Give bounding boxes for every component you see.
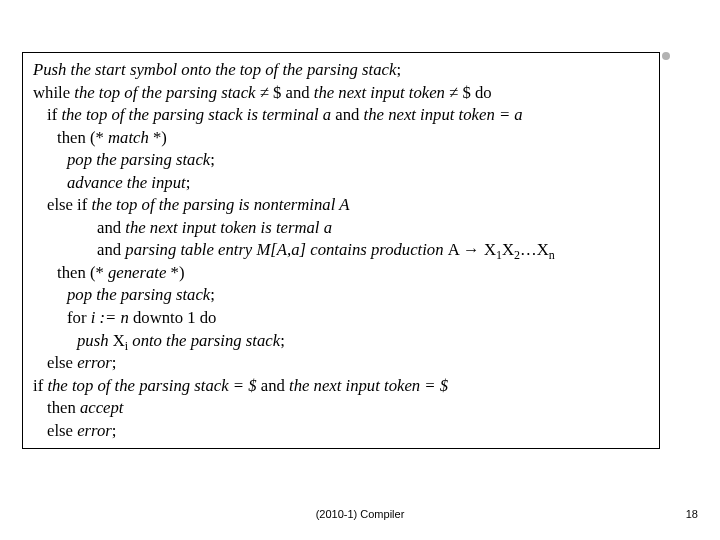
neq-symbol: ≠: [449, 83, 458, 102]
text: ;: [210, 285, 215, 304]
algo-line: Push the start symbol onto the top of th…: [33, 59, 649, 82]
kw-do: do: [200, 308, 217, 327]
kw-then: then: [57, 263, 86, 282]
kw-else: else: [47, 421, 73, 440]
text: advance the input: [67, 173, 186, 192]
algo-line: push Xi onto the parsing stack;: [33, 330, 649, 353]
algo-line: else error;: [33, 420, 649, 443]
text: X: [480, 240, 496, 259]
text: the next input token: [310, 83, 449, 102]
kw-while: while: [33, 83, 70, 102]
kw-then: then: [57, 128, 86, 147]
text: the top of the parsing stack: [70, 83, 260, 102]
algo-line: pop the parsing stack;: [33, 284, 649, 307]
text: X: [502, 240, 514, 259]
text: *): [149, 128, 167, 147]
kw-if: if: [47, 105, 57, 124]
kw-and: and: [261, 376, 285, 395]
text: push: [77, 331, 113, 350]
text: onto the parsing stack: [128, 331, 280, 350]
kw-for: for: [67, 308, 86, 327]
text: ;: [112, 353, 117, 372]
text: ;: [396, 60, 401, 79]
text: the top of the parsing stack = $: [43, 376, 261, 395]
text: …X: [520, 240, 549, 259]
text: ;: [186, 173, 191, 192]
text: pop the parsing stack: [67, 285, 210, 304]
page-number: 18: [686, 508, 698, 520]
kw-and: and: [286, 83, 310, 102]
kw-and: and: [335, 105, 359, 124]
text: the top of the parsing is nonterminal A: [87, 195, 349, 214]
kw-if: if: [33, 376, 43, 395]
kw-and: and: [97, 218, 121, 237]
text: the top of the parsing stack is terminal…: [57, 105, 335, 124]
comment-match: match: [108, 128, 149, 147]
algorithm-box: Push the start symbol onto the top of th…: [22, 52, 660, 449]
text: the next input token is termal a: [121, 218, 332, 237]
algo-line: and parsing table entry M[A,a] contains …: [33, 239, 649, 262]
algo-line: if the top of the parsing stack = $ and …: [33, 375, 649, 398]
footer-text: (2010-1) Compiler: [0, 508, 720, 520]
text: $: [458, 83, 475, 102]
text: error: [73, 353, 112, 372]
text: X: [113, 331, 125, 350]
text: parsing table entry M[A,a] contains prod…: [121, 240, 448, 259]
decor-bullet: [662, 52, 670, 60]
text: the next input token = a: [359, 105, 522, 124]
text: ;: [280, 331, 285, 350]
algo-line: pop the parsing stack;: [33, 149, 649, 172]
text: the next input token = $: [285, 376, 448, 395]
kw-downto: downto: [133, 308, 183, 327]
text: pop the parsing stack: [67, 150, 210, 169]
comment-generate: generate: [108, 263, 166, 282]
prod-lhs: A: [448, 240, 463, 259]
arrow-symbol: →: [463, 240, 480, 259]
algo-line: then (* generate *): [33, 262, 649, 285]
text: i := n: [86, 308, 133, 327]
algo-line: if the top of the parsing stack is termi…: [33, 104, 649, 127]
algo-line: else if the top of the parsing is nonter…: [33, 194, 649, 217]
text: (*: [86, 128, 108, 147]
text: accept: [76, 398, 124, 417]
kw-do: do: [475, 83, 492, 102]
text: 1: [183, 308, 200, 327]
algo-line: for i := n downto 1 do: [33, 307, 649, 330]
kw-else: else: [47, 353, 73, 372]
kw-then: then: [47, 398, 76, 417]
text: (*: [86, 263, 108, 282]
algo-line: else error;: [33, 352, 649, 375]
kw-elseif: else if: [47, 195, 87, 214]
algo-line: then (* match *): [33, 127, 649, 150]
neq-symbol: ≠: [260, 83, 269, 102]
text: $: [269, 83, 286, 102]
algo-line: and the next input token is termal a: [33, 217, 649, 240]
subscript: n: [549, 249, 555, 263]
text: Push the start symbol onto the top of th…: [33, 60, 396, 79]
text: ;: [210, 150, 215, 169]
algo-line: then accept: [33, 397, 649, 420]
text: *): [166, 263, 184, 282]
algo-line: while the top of the parsing stack ≠ $ a…: [33, 82, 649, 105]
text: ;: [112, 421, 117, 440]
algo-line: advance the input;: [33, 172, 649, 195]
kw-and: and: [97, 240, 121, 259]
text: error: [73, 421, 112, 440]
